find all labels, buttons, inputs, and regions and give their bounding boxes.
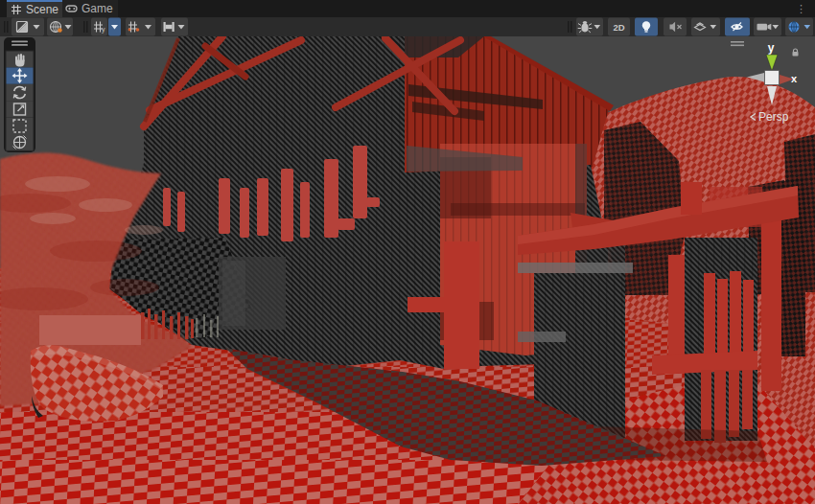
svg-text:y: y — [102, 26, 105, 34]
svg-text:2D: 2D — [613, 22, 624, 33]
svg-text:y: y — [768, 41, 775, 55]
svg-text:Persp: Persp — [758, 110, 789, 124]
svg-text:x: x — [791, 73, 798, 84]
